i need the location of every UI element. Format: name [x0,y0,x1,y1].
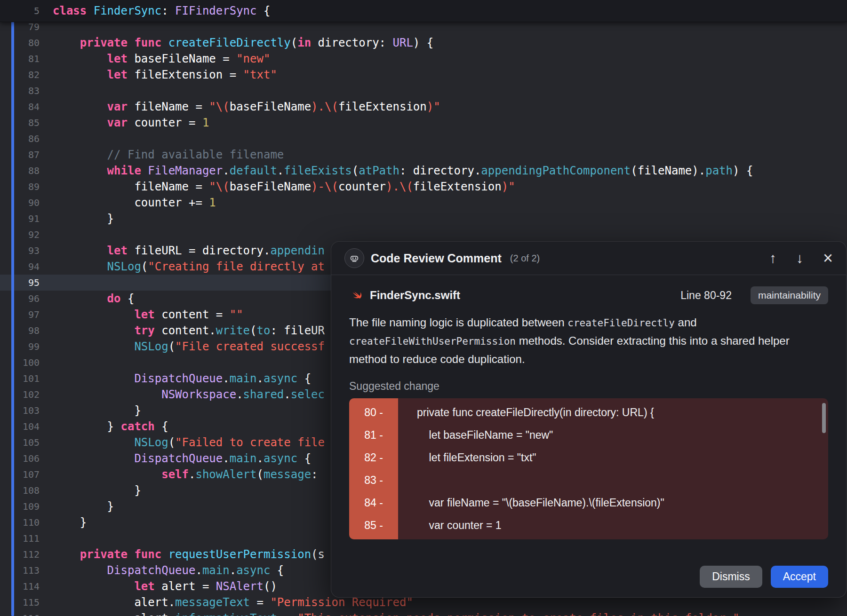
line-number[interactable]: 110 [0,517,40,528]
code-line[interactable]: 84 var fileName = "\(baseFileName).\(fil… [0,99,847,115]
code-line[interactable]: 81 let baseFileName = "new" [0,51,847,67]
inline-code: createFileDirectly [567,317,675,329]
diff-scrollbar[interactable] [822,403,826,433]
line-number[interactable]: 104 [0,421,40,432]
previous-comment-icon[interactable]: ↑ [769,251,776,265]
code-line[interactable]: 87 // Find available filename [0,147,847,163]
suggested-change-diff[interactable]: 80 -private func createFileDirectly(in d… [349,398,828,539]
line-number[interactable]: 115 [0,597,40,608]
line-number[interactable]: 88 [0,165,40,176]
line-number[interactable]: 106 [0,453,40,464]
line-number[interactable]: 95 [0,277,40,288]
line-number[interactable]: 89 [0,181,40,192]
code-token: in [297,36,311,49]
code-token: . [223,372,229,385]
line-number[interactable]: 116 [0,613,40,616]
code-token: . [223,452,229,465]
code-text: } [53,516,87,529]
code-token: to [257,324,271,337]
sticky-code-text: class FinderSync: FIFinderSync { [53,4,270,17]
code-token: ( [168,436,175,449]
code-token: : fileUR [270,324,325,337]
code-token [53,260,107,273]
line-number[interactable]: 92 [0,229,40,240]
line-number[interactable]: 96 [0,293,40,304]
line-number[interactable]: 109 [0,501,40,512]
code-line[interactable]: 90 counter += 1 [0,195,847,211]
code-line[interactable]: 92 [0,227,847,243]
code-line[interactable]: 116 alert.informativeText = "This extens… [0,610,847,616]
line-number[interactable]: 90 [0,197,40,208]
close-icon[interactable]: × [823,250,833,267]
code-token [161,36,168,49]
line-number[interactable]: 81 [0,53,40,64]
code-text: NSLog("Creating file directly at [53,260,325,273]
code-line[interactable]: 86 [0,131,847,147]
next-comment-icon[interactable]: ↓ [796,251,803,265]
code-token: . [195,564,202,577]
line-number[interactable]: 101 [0,373,40,384]
line-number[interactable]: 105 [0,437,40,448]
code-line[interactable]: 80 private func createFileDirectly(in di… [0,35,847,51]
code-text: } [53,484,141,497]
dismiss-button[interactable]: Dismiss [700,566,762,588]
code-token: ) { [413,36,433,49]
line-number[interactable]: 93 [0,245,40,256]
code-line[interactable]: 88 while FileManager.default.fileExists(… [0,163,847,179]
line-number[interactable]: 85 [0,117,40,128]
code-text: self.showAlert(message: [53,468,318,481]
code-line[interactable]: 91 } [0,211,847,227]
line-number[interactable]: 80 [0,37,40,48]
line-number[interactable]: 111 [0,533,40,544]
code-text: alert.messageText = "Permission Required… [53,596,413,609]
diff-code-text: var fileName = "\(baseFileName).\(fileEx… [398,497,664,509]
code-line[interactable]: 85 var counter = 1 [0,115,847,131]
code-token [53,436,134,449]
code-token: let [134,580,154,593]
diff-row: 83 - [349,469,828,491]
code-token: (fileName). [631,164,705,177]
accept-button[interactable]: Accept [771,566,828,588]
line-number[interactable]: 98 [0,325,40,336]
code-token [53,548,80,561]
line-number[interactable]: 83 [0,85,40,96]
line-number[interactable]: 86 [0,133,40,144]
code-token: fileExtension [338,100,427,113]
line-number[interactable]: 99 [0,341,40,352]
code-token: "txt" [243,68,277,81]
line-number[interactable]: 100 [0,357,40,368]
line-number[interactable]: 84 [0,101,40,112]
code-token: // Find available filename [107,148,284,161]
code-token: messageText [175,596,250,609]
code-token: ( [141,260,148,273]
code-token: "Failed to create file [175,436,325,449]
code-text: fileName = "\(baseFileName)-\(counter).\… [53,180,515,193]
line-number[interactable]: 79 [0,21,40,32]
code-line[interactable]: 83 [0,83,847,99]
line-number[interactable]: 103 [0,405,40,416]
line-number[interactable]: 114 [0,581,40,592]
code-token: fileName = [128,100,209,113]
line-number[interactable]: 87 [0,149,40,160]
code-token: async [236,564,270,577]
line-number[interactable]: 113 [0,565,40,576]
code-token: let [107,244,128,257]
code-token: let [107,68,128,81]
code-text: let baseFileName = "new" [53,52,270,65]
code-line[interactable]: 89 fileName = "\(baseFileName)-\(counter… [0,179,847,195]
code-token: "This extension needs permission to crea… [297,612,739,616]
diff-line-number: 84 - [349,497,398,509]
code-token: ( [291,36,297,49]
line-number[interactable]: 97 [0,309,40,320]
code-token: alert. [53,596,175,609]
line-number[interactable]: 82 [0,69,40,80]
line-number[interactable]: 112 [0,549,40,560]
code-text: } catch { [53,420,168,433]
line-number[interactable]: 108 [0,485,40,496]
line-number[interactable]: 102 [0,389,40,400]
line-number[interactable]: 107 [0,469,40,480]
line-number[interactable]: 91 [0,213,40,224]
code-token [53,564,107,577]
line-number[interactable]: 94 [0,261,40,272]
code-line[interactable]: 82 let fileExtension = "txt" [0,67,847,83]
